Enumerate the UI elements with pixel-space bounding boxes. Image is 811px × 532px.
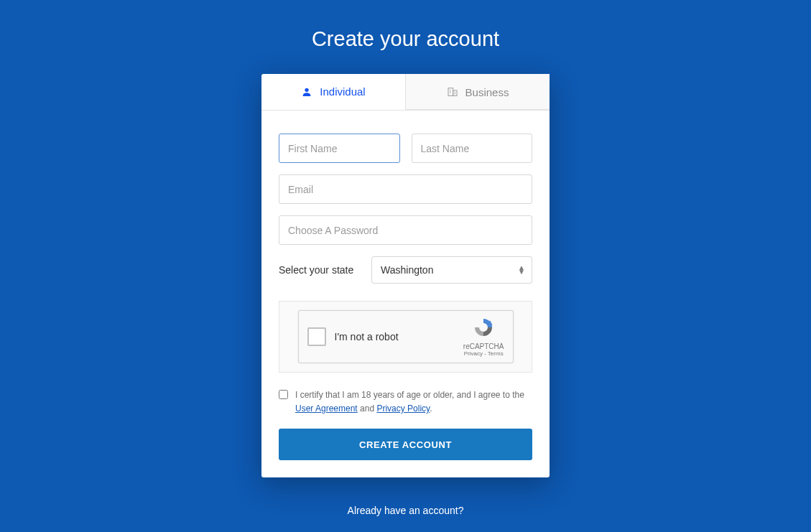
- svg-rect-1: [448, 88, 453, 96]
- privacy-policy-link[interactable]: Privacy Policy: [376, 403, 430, 414]
- terms-checkbox[interactable]: [279, 390, 288, 399]
- svg-rect-2: [453, 90, 456, 95]
- recaptcha-checkbox[interactable]: [307, 327, 326, 346]
- recaptcha-links[interactable]: Privacy - Terms: [464, 350, 504, 357]
- account-type-tabs: Individual Business: [261, 74, 550, 111]
- recaptcha-brand: reCAPTCHA: [463, 342, 504, 350]
- signup-form: Select your state Washington ▲▼ I'm not …: [261, 111, 550, 477]
- state-select[interactable]: Washington: [371, 256, 532, 284]
- recaptcha-label: I'm not a robot: [335, 331, 463, 342]
- svg-point-0: [305, 88, 309, 91]
- terms-text: I certify that I am 18 years of age or o…: [295, 388, 532, 416]
- already-have-account-text: Already have an account?: [348, 505, 464, 516]
- state-label: Select your state: [279, 264, 354, 276]
- terms-prefix: I certify that I am 18 years of age or o…: [295, 390, 524, 400]
- captcha-container: I'm not a robot reCAPTCHA Privacy - Term…: [279, 301, 532, 373]
- recaptcha-widget: I'm not a robot reCAPTCHA Privacy - Term…: [298, 310, 514, 363]
- create-account-button[interactable]: Create Account: [279, 429, 532, 460]
- first-name-input[interactable]: [279, 134, 400, 163]
- person-icon: [301, 86, 312, 98]
- tab-individual[interactable]: Individual: [261, 74, 405, 110]
- terms-suffix: .: [430, 403, 432, 414]
- tab-business[interactable]: Business: [405, 74, 550, 110]
- tab-individual-label: Individual: [320, 85, 365, 98]
- password-input[interactable]: [279, 215, 532, 245]
- tab-business-label: Business: [465, 86, 509, 98]
- signup-card: Individual Business: [261, 74, 550, 477]
- user-agreement-link[interactable]: User Agreement: [295, 403, 358, 414]
- building-icon: [447, 86, 458, 98]
- terms-joiner: and: [358, 403, 377, 414]
- recaptcha-logo-icon: [473, 317, 494, 341]
- last-name-input[interactable]: [412, 134, 533, 163]
- page-title: Create your account: [312, 27, 499, 51]
- email-input[interactable]: [279, 174, 532, 204]
